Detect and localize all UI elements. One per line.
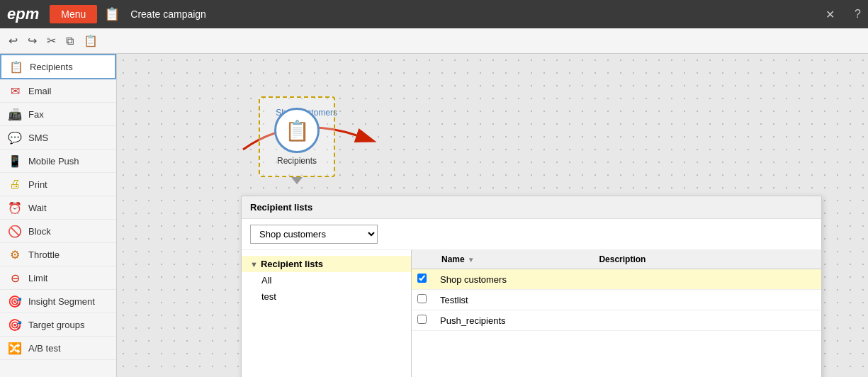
header-desc-col[interactable]: Description [592, 250, 821, 269]
sms-icon: 💬 [7, 131, 23, 144]
node-icon: 📋 [285, 119, 310, 142]
header-desc-label: Description [599, 254, 646, 264]
email-icon: ✉ [7, 84, 23, 97]
sidebar-item-recipients[interactable]: 📋 Recipients [0, 54, 116, 79]
node-dashed-box: Shop customers 📋 Recipients [259, 96, 335, 177]
redo-button[interactable]: ↪ [25, 33, 40, 49]
row-checkbox[interactable] [417, 315, 427, 324]
recipients-node[interactable]: Shop customers 📋 Recipients [259, 96, 335, 184]
row-desc [592, 316, 821, 325]
sidebar-item-label: Print [28, 179, 47, 190]
tree-item-label: test [261, 291, 276, 302]
sidebar-item-label: Fax [28, 109, 44, 120]
sidebar-item-block[interactable]: 🚫 Block [0, 220, 116, 243]
sidebar-item-target-groups[interactable]: 🎯 Target groups [0, 313, 116, 337]
sidebar-item-ab-test[interactable]: 🔀 A/B test [0, 337, 116, 360]
sidebar-item-label: Mobile Push [28, 156, 79, 167]
list-panel: Name ▼ Description Shop customers [412, 250, 821, 377]
topbar: epm Menu 📋 Create campaign ✕ ? [0, 0, 868, 28]
campaign-icon: 📋 [104, 6, 120, 22]
canvas-area[interactable]: Shop customers 📋 Recipients Recipient li… [117, 54, 868, 377]
list-row[interactable]: Push_recipients [412, 310, 821, 331]
recipient-list-select[interactable]: Shop customers All test Testlist Push_re… [250, 225, 378, 244]
row-checkbox[interactable] [417, 274, 427, 283]
limit-icon: ⊖ [7, 271, 23, 284]
wait-icon: ⏰ [7, 201, 23, 214]
block-icon: 🚫 [7, 225, 23, 237]
row-check[interactable] [412, 310, 434, 330]
undo-button[interactable]: ↩ [6, 33, 21, 49]
sidebar-item-label: Target groups [28, 320, 85, 330]
dropdown-row: Shop customers All test Testlist Push_re… [242, 219, 821, 250]
sidebar-item-label: Recipients [30, 62, 73, 72]
row-name: Shop customers [434, 270, 592, 289]
list-rows: Shop customers Testlist [412, 269, 821, 377]
sidebar-item-label: Throttle [28, 249, 60, 260]
logo: epm [7, 5, 39, 23]
sidebar-item-label: A/B test [28, 343, 61, 354]
row-desc [592, 275, 821, 283]
page-title: Create campaign [130, 9, 206, 20]
row-checkbox[interactable] [417, 294, 427, 303]
recipients-icon: 📋 [9, 60, 24, 73]
node-circle[interactable]: 📋 [274, 108, 320, 153]
recipient-panel: Recipient lists Shop customers All test … [241, 196, 822, 377]
header-check-col [412, 250, 434, 269]
menu-button[interactable]: Menu [50, 5, 97, 23]
list-row[interactable]: Shop customers [412, 269, 821, 290]
row-check[interactable] [412, 269, 434, 289]
node-connector-arrow [291, 177, 303, 184]
sidebar-item-fax[interactable]: 📠 Fax [0, 103, 116, 126]
sidebar-item-label: Email [28, 86, 52, 96]
copy-button[interactable]: ⧉ [63, 33, 77, 49]
sidebar-item-label: Block [28, 226, 51, 237]
row-name: Push_recipients [434, 311, 592, 330]
print-icon: 🖨 [7, 178, 23, 191]
sidebar-item-label: SMS [28, 133, 48, 143]
sidebar-item-email[interactable]: ✉ Email [0, 79, 116, 103]
sidebar-item-throttle[interactable]: ⚙ Throttle [0, 243, 116, 266]
tree-item-test[interactable]: test [242, 288, 411, 305]
row-name: Testlist [434, 291, 592, 310]
help-button[interactable]: ? [855, 8, 861, 21]
paste-button[interactable]: 📋 [81, 33, 101, 49]
sidebar-item-wait[interactable]: ⏰ Wait [0, 196, 116, 220]
sidebar: 📋 Recipients ✉ Email 📠 Fax 💬 SMS 📱 Mobil… [0, 54, 117, 377]
tree-item-label: Recipient lists [261, 259, 323, 269]
tree-item-label: All [261, 275, 271, 286]
fax-icon: 📠 [7, 108, 23, 120]
main-layout: 📋 Recipients ✉ Email 📠 Fax 💬 SMS 📱 Mobil… [0, 54, 868, 377]
insight-icon: 🎯 [7, 295, 23, 308]
node-label: Recipients [277, 156, 317, 166]
close-button[interactable]: ✕ [825, 8, 835, 21]
cut-button[interactable]: ✂ [44, 33, 59, 49]
row-desc [592, 296, 821, 304]
tree-item-all[interactable]: All [242, 272, 411, 288]
sidebar-item-mobile-push[interactable]: 📱 Mobile Push [0, 150, 116, 173]
target-icon: 🎯 [7, 318, 23, 331]
sidebar-item-print[interactable]: 🖨 Print [0, 173, 116, 196]
sidebar-item-label: Limit [28, 273, 47, 283]
sidebar-item-label: Wait [28, 203, 47, 213]
abtest-icon: 🔀 [7, 342, 23, 354]
panel-body: ▼ Recipient lists All test Name [242, 250, 821, 377]
throttle-icon: ⚙ [7, 248, 23, 261]
sidebar-item-insight-segment[interactable]: 🎯 Insight Segment [0, 290, 116, 313]
list-header: Name ▼ Description [412, 250, 821, 269]
toolbar: ↩ ↪ ✂ ⧉ 📋 [0, 28, 868, 54]
row-check[interactable] [412, 290, 434, 310]
list-row[interactable]: Testlist [412, 290, 821, 310]
tree-panel: ▼ Recipient lists All test [242, 250, 412, 377]
sort-icon: ▼ [468, 256, 475, 264]
sidebar-item-sms[interactable]: 💬 SMS [0, 126, 116, 150]
panel-header: Recipient lists [242, 196, 821, 219]
sidebar-item-label: Insight Segment [28, 296, 95, 307]
sidebar-item-limit[interactable]: ⊖ Limit [0, 266, 116, 290]
header-name-label: Name [441, 254, 465, 264]
tree-item-root[interactable]: ▼ Recipient lists [242, 256, 411, 272]
header-name-col[interactable]: Name ▼ [434, 250, 592, 269]
collapse-icon: ▼ [250, 260, 258, 269]
mobile-push-icon: 📱 [7, 154, 23, 167]
